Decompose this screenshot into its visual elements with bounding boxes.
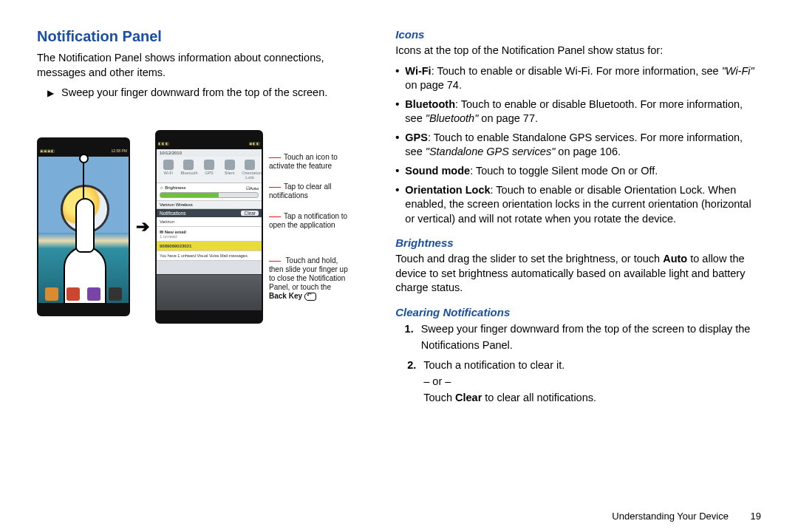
triangle-bullet-icon: ▶	[47, 86, 54, 100]
dock-app-icon	[45, 287, 58, 301]
clear-button: Clear	[241, 211, 259, 216]
carrier-row: Verizon Wireless	[157, 201, 262, 209]
callout-3: Tap a notification to open the applicati…	[269, 212, 350, 230]
figure-row: ▣▣▣◧ 12:58 PM ➔	[37, 130, 366, 324]
icons-list: Wi-Fi: Touch to enable or disable Wi-Fi.…	[395, 64, 761, 227]
phone-notification-panel: ◧◧◧▣◧◧ 10/12/2010 Wi-Fi Bluetooth GPS Si…	[155, 130, 263, 324]
manual-page: Notification Panel The Notification Pane…	[0, 0, 798, 532]
icons-list-item: GPS: Touch to enable Standalone GPS serv…	[395, 131, 761, 160]
notifications-header-label: Notifications	[160, 211, 185, 216]
page-footer: Understanding Your Device 19	[612, 511, 761, 522]
brightness-paragraph: Touch and drag the slider to set the bri…	[395, 252, 761, 296]
brightness-subhead: Brightness	[395, 236, 761, 249]
dock-app-icon	[87, 287, 100, 301]
phone-homescreen: ▣▣▣◧ 12:58 PM	[37, 137, 130, 316]
icons-intro: Icons at the top of the Notification Pan…	[395, 44, 761, 58]
step-item: 2. Touch a notification to clear it. – o…	[403, 358, 761, 406]
panel-date-row: 10/12/2010	[157, 149, 262, 157]
callout-4: Touch and hold, then slide your finger u…	[269, 256, 350, 301]
orientation-toggle-icon: Orientation Lock	[242, 160, 258, 180]
callout-2: Tap to clear all notifications	[269, 183, 350, 200]
notification-item: Verizon	[157, 217, 262, 227]
page-number: 19	[751, 511, 761, 522]
icons-subhead: Icons	[395, 28, 761, 41]
icons-list-item: Bluetooth: Touch to enable or disable Bl…	[395, 98, 761, 126]
right-column: Icons Icons at the top of the Notificati…	[395, 28, 761, 532]
notifications-header: Notifications Clear	[157, 209, 262, 217]
section-title: Notification Panel	[37, 28, 366, 45]
icons-list-item: Wi-Fi: Touch to enable or disable Wi-Fi.…	[395, 64, 761, 93]
quick-icons-row: Wi-Fi Bluetooth GPS Silent Orientation L…	[157, 157, 262, 183]
auto-checkbox-label: Auto	[250, 186, 259, 191]
icons-list-item: Sound mode: Touch to toggle Silent mode …	[395, 164, 761, 179]
notification-item: ✉ New email 1 unread	[157, 227, 262, 242]
wifi-toggle-icon: Wi-Fi	[160, 160, 177, 180]
notification-item: 9089089023021	[157, 242, 262, 251]
status-left-icons: ▣▣▣◧	[40, 149, 55, 156]
instruction-text: Sweep your finger downward from the top …	[61, 86, 327, 100]
clearing-steps: 1. Sweep your finger downward from the t…	[403, 321, 761, 406]
gps-toggle-icon: GPS	[201, 160, 217, 180]
dock-app-icon	[66, 287, 80, 301]
arrow-right-icon: ➔	[136, 217, 149, 236]
bluetooth-toggle-icon: Bluetooth	[180, 160, 197, 180]
silent-toggle-icon: Silent	[222, 160, 238, 180]
icons-list-item: Orientation Lock: Touch to enable or dis…	[395, 183, 761, 227]
app-dock	[38, 285, 129, 303]
footer-section: Understanding Your Device	[612, 511, 729, 522]
brightness-row-label: Brightness	[165, 185, 185, 190]
brightness-row: ☼ Brightness ☑Auto	[157, 183, 262, 201]
callout-1: Touch an icon to activate the feature	[269, 153, 350, 171]
step-item: 1. Sweep your finger downward from the t…	[403, 321, 761, 354]
panel-handle-icon	[157, 274, 262, 310]
dock-app-icon	[109, 287, 122, 301]
clearing-subhead: Clearing Notifications	[395, 306, 761, 318]
panel-date: 10/12/2010	[160, 151, 182, 155]
status-time: 12:58 PM	[112, 149, 127, 156]
notification-item: You have 1 unheard Visual Voice Mail mes…	[157, 251, 262, 261]
status-bar: ◧◧◧▣◧◧	[157, 140, 262, 149]
brightness-slider-icon	[160, 192, 259, 198]
callout-labels: Touch an icon to activate the feature Ta…	[269, 153, 350, 301]
left-column: Notification Panel The Notification Pane…	[37, 28, 366, 532]
instruction-row: ▶ Sweep your finger downward from the to…	[47, 86, 366, 100]
back-key-icon	[304, 293, 316, 301]
intro-paragraph: The Notification Panel shows information…	[37, 51, 366, 80]
